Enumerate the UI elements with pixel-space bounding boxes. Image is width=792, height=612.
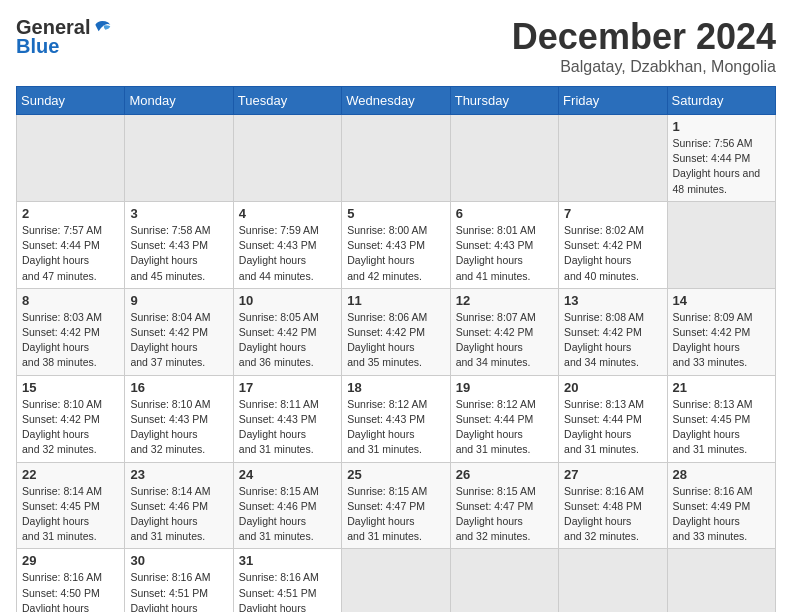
calendar-week-row: 2 Sunrise: 7:57 AMSunset: 4:44 PMDayligh… — [17, 201, 776, 288]
day-number: 13 — [564, 293, 661, 308]
day-info: Sunrise: 8:01 AMSunset: 4:43 PMDaylight … — [456, 223, 553, 284]
calendar-day-cell: 21 Sunrise: 8:13 AMSunset: 4:45 PMDaylig… — [667, 375, 775, 462]
day-number: 24 — [239, 467, 336, 482]
day-info: Sunrise: 8:10 AMSunset: 4:43 PMDaylight … — [130, 397, 227, 458]
logo: General Blue — [16, 16, 112, 58]
day-number: 8 — [22, 293, 119, 308]
calendar-day-cell: 31 Sunrise: 8:16 AMSunset: 4:51 PMDaylig… — [233, 549, 341, 612]
calendar-day-cell: 17 Sunrise: 8:11 AMSunset: 4:43 PMDaylig… — [233, 375, 341, 462]
day-number: 30 — [130, 553, 227, 568]
calendar-week-row: 29 Sunrise: 8:16 AMSunset: 4:50 PMDaylig… — [17, 549, 776, 612]
day-info: Sunrise: 8:09 AMSunset: 4:42 PMDaylight … — [673, 310, 770, 371]
calendar-day-cell — [559, 549, 667, 612]
calendar-day-header: Thursday — [450, 87, 558, 115]
page-header: General Blue December 2024 Balgatay, Dza… — [16, 16, 776, 76]
day-info: Sunrise: 8:16 AMSunset: 4:48 PMDaylight … — [564, 484, 661, 545]
calendar-day-cell: 24 Sunrise: 8:15 AMSunset: 4:46 PMDaylig… — [233, 462, 341, 549]
calendar-header-row: SundayMondayTuesdayWednesdayThursdayFrid… — [17, 87, 776, 115]
logo-blue-text: Blue — [16, 35, 59, 58]
calendar-day-cell: 14 Sunrise: 8:09 AMSunset: 4:42 PMDaylig… — [667, 288, 775, 375]
day-info: Sunrise: 7:57 AMSunset: 4:44 PMDaylight … — [22, 223, 119, 284]
day-info: Sunrise: 8:10 AMSunset: 4:42 PMDaylight … — [22, 397, 119, 458]
day-info: Sunrise: 8:03 AMSunset: 4:42 PMDaylight … — [22, 310, 119, 371]
day-number: 12 — [456, 293, 553, 308]
calendar-day-cell: 3 Sunrise: 7:58 AMSunset: 4:43 PMDayligh… — [125, 201, 233, 288]
day-number: 14 — [673, 293, 770, 308]
day-number: 19 — [456, 380, 553, 395]
day-info: Sunrise: 8:11 AMSunset: 4:43 PMDaylight … — [239, 397, 336, 458]
day-number: 31 — [239, 553, 336, 568]
day-number: 4 — [239, 206, 336, 221]
day-number: 15 — [22, 380, 119, 395]
calendar-day-cell: 29 Sunrise: 8:16 AMSunset: 4:50 PMDaylig… — [17, 549, 125, 612]
day-number: 6 — [456, 206, 553, 221]
day-info: Sunrise: 7:58 AMSunset: 4:43 PMDaylight … — [130, 223, 227, 284]
calendar-day-cell: 7 Sunrise: 8:02 AMSunset: 4:42 PMDayligh… — [559, 201, 667, 288]
calendar-day-header: Wednesday — [342, 87, 450, 115]
day-number: 28 — [673, 467, 770, 482]
calendar-week-row: 22 Sunrise: 8:14 AMSunset: 4:45 PMDaylig… — [17, 462, 776, 549]
calendar-day-header: Friday — [559, 87, 667, 115]
day-info: Sunrise: 8:13 AMSunset: 4:45 PMDaylight … — [673, 397, 770, 458]
calendar-day-cell: 26 Sunrise: 8:15 AMSunset: 4:47 PMDaylig… — [450, 462, 558, 549]
location-text: Balgatay, Dzabkhan, Mongolia — [512, 58, 776, 76]
calendar-week-row: 1 Sunrise: 7:56 AMSunset: 4:44 PMDayligh… — [17, 115, 776, 202]
day-info: Sunrise: 8:06 AMSunset: 4:42 PMDaylight … — [347, 310, 444, 371]
day-info: Sunrise: 8:16 AMSunset: 4:51 PMDaylight … — [239, 570, 336, 612]
day-number: 16 — [130, 380, 227, 395]
calendar-day-cell: 30 Sunrise: 8:16 AMSunset: 4:51 PMDaylig… — [125, 549, 233, 612]
calendar-empty-cell — [559, 115, 667, 202]
calendar-day-cell: 11 Sunrise: 8:06 AMSunset: 4:42 PMDaylig… — [342, 288, 450, 375]
calendar-day-cell: 5 Sunrise: 8:00 AMSunset: 4:43 PMDayligh… — [342, 201, 450, 288]
day-info: Sunrise: 8:12 AMSunset: 4:43 PMDaylight … — [347, 397, 444, 458]
day-number: 25 — [347, 467, 444, 482]
day-number: 11 — [347, 293, 444, 308]
logo-bird-icon — [92, 18, 112, 38]
day-info: Sunrise: 8:12 AMSunset: 4:44 PMDaylight … — [456, 397, 553, 458]
calendar-day-cell: 25 Sunrise: 8:15 AMSunset: 4:47 PMDaylig… — [342, 462, 450, 549]
calendar-day-cell — [667, 201, 775, 288]
calendar-empty-cell — [342, 115, 450, 202]
day-number: 22 — [22, 467, 119, 482]
calendar-day-header: Monday — [125, 87, 233, 115]
calendar-day-cell: 8 Sunrise: 8:03 AMSunset: 4:42 PMDayligh… — [17, 288, 125, 375]
day-number: 1 — [673, 119, 770, 134]
day-number: 5 — [347, 206, 444, 221]
day-number: 9 — [130, 293, 227, 308]
calendar-day-cell: 22 Sunrise: 8:14 AMSunset: 4:45 PMDaylig… — [17, 462, 125, 549]
day-info: Sunrise: 8:00 AMSunset: 4:43 PMDaylight … — [347, 223, 444, 284]
calendar-day-cell: 19 Sunrise: 8:12 AMSunset: 4:44 PMDaylig… — [450, 375, 558, 462]
day-number: 21 — [673, 380, 770, 395]
day-info: Sunrise: 8:05 AMSunset: 4:42 PMDaylight … — [239, 310, 336, 371]
calendar-day-cell: 15 Sunrise: 8:10 AMSunset: 4:42 PMDaylig… — [17, 375, 125, 462]
calendar-day-header: Saturday — [667, 87, 775, 115]
calendar-day-cell — [450, 549, 558, 612]
calendar-day-header: Sunday — [17, 87, 125, 115]
day-info: Sunrise: 8:08 AMSunset: 4:42 PMDaylight … — [564, 310, 661, 371]
calendar-day-cell: 6 Sunrise: 8:01 AMSunset: 4:43 PMDayligh… — [450, 201, 558, 288]
day-info: Sunrise: 8:04 AMSunset: 4:42 PMDaylight … — [130, 310, 227, 371]
day-info: Sunrise: 8:16 AMSunset: 4:49 PMDaylight … — [673, 484, 770, 545]
day-info: Sunrise: 8:16 AMSunset: 4:51 PMDaylight … — [130, 570, 227, 612]
calendar-day-cell: 10 Sunrise: 8:05 AMSunset: 4:42 PMDaylig… — [233, 288, 341, 375]
calendar-day-header: Tuesday — [233, 87, 341, 115]
calendar-week-row: 15 Sunrise: 8:10 AMSunset: 4:42 PMDaylig… — [17, 375, 776, 462]
day-number: 29 — [22, 553, 119, 568]
calendar-day-cell — [667, 549, 775, 612]
calendar-day-cell: 2 Sunrise: 7:57 AMSunset: 4:44 PMDayligh… — [17, 201, 125, 288]
calendar-day-cell: 20 Sunrise: 8:13 AMSunset: 4:44 PMDaylig… — [559, 375, 667, 462]
calendar-empty-cell — [450, 115, 558, 202]
calendar-day-cell: 12 Sunrise: 8:07 AMSunset: 4:42 PMDaylig… — [450, 288, 558, 375]
day-info: Sunrise: 8:15 AMSunset: 4:47 PMDaylight … — [347, 484, 444, 545]
calendar-day-cell: 28 Sunrise: 8:16 AMSunset: 4:49 PMDaylig… — [667, 462, 775, 549]
day-info: Sunrise: 8:14 AMSunset: 4:46 PMDaylight … — [130, 484, 227, 545]
day-info: Sunrise: 7:56 AMSunset: 4:44 PMDaylight … — [673, 136, 770, 197]
day-number: 10 — [239, 293, 336, 308]
day-number: 17 — [239, 380, 336, 395]
calendar-day-cell: 23 Sunrise: 8:14 AMSunset: 4:46 PMDaylig… — [125, 462, 233, 549]
calendar-day-cell: 4 Sunrise: 7:59 AMSunset: 4:43 PMDayligh… — [233, 201, 341, 288]
calendar-day-cell: 9 Sunrise: 8:04 AMSunset: 4:42 PMDayligh… — [125, 288, 233, 375]
day-info: Sunrise: 8:13 AMSunset: 4:44 PMDaylight … — [564, 397, 661, 458]
day-number: 23 — [130, 467, 227, 482]
calendar-day-cell: 27 Sunrise: 8:16 AMSunset: 4:48 PMDaylig… — [559, 462, 667, 549]
